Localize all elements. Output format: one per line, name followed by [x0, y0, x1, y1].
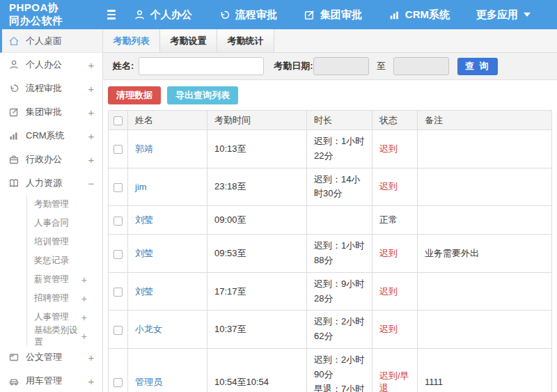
sidebar-item-personal-office[interactable]: 个人办公 + — [0, 53, 102, 77]
employee-name-link[interactable]: 刘莹 — [135, 248, 153, 258]
header-time: 考勤时间 — [207, 111, 307, 130]
row-checkbox-cell — [109, 272, 128, 311]
edit-square-icon — [304, 9, 315, 21]
topnav-more-apps[interactable]: 更多应用 — [476, 8, 531, 22]
expand-toggle[interactable]: + — [81, 331, 87, 342]
employee-name-cell: 刘莹 — [128, 272, 207, 311]
home-icon — [8, 36, 19, 47]
header-remark: 备注 — [418, 111, 552, 130]
table-row: 刘莹 09:00至 正常 — [109, 206, 552, 235]
duration-cell: 迟到：2小时62分 — [307, 311, 372, 349]
sidebar-item-crm[interactable]: CRM系统 + — [0, 124, 102, 148]
header-checkbox-cell — [109, 111, 128, 130]
sidebar-item-vehicle-mgmt[interactable]: 用车管理 + — [0, 369, 102, 392]
row-checkbox[interactable] — [113, 378, 123, 387]
expand-toggle[interactable]: + — [87, 107, 95, 118]
submenu-hr-contract[interactable]: 人事合同 — [27, 214, 102, 233]
status-cell: 迟到 — [372, 235, 418, 273]
duration-cell: 迟到：1小时88分 — [307, 235, 372, 273]
topnav-label: 个人办公 — [150, 8, 192, 22]
date-filter-label: 考勤日期: — [274, 60, 313, 72]
sidebar: 个人桌面 个人办公 + 流程审批 + 集团审批 + CRM系统 + 行政办公 + — [0, 29, 103, 392]
row-checkbox-cell — [109, 311, 128, 349]
table-row: jim 23:18至 迟到：14小时30分 迟到 — [109, 168, 552, 206]
tab-attendance-stats[interactable]: 考勤统计 — [217, 29, 274, 52]
employee-name-cell: 管理员 — [128, 348, 207, 392]
attendance-time-cell: 17:17至 — [207, 272, 307, 311]
employee-name-link[interactable]: jim — [135, 182, 147, 192]
action-toolbar: 清理数据 导出查询列表 — [103, 80, 557, 110]
submenu-attendance-mgmt[interactable]: 考勤管理 — [27, 195, 102, 214]
expand-toggle[interactable]: + — [87, 352, 95, 363]
expand-toggle[interactable]: + — [81, 312, 87, 323]
attendance-time-cell: 23:18至 — [207, 168, 307, 206]
table-row: 刘莹 17:17至 迟到：9小时28分 迟到 — [109, 272, 552, 311]
topnav-label: 更多应用 — [476, 8, 518, 22]
expand-toggle[interactable]: + — [87, 375, 95, 387]
sidebar-item-label: 用车管理 — [26, 375, 87, 387]
row-checkbox-cell — [109, 348, 128, 392]
remark-cell — [418, 168, 552, 206]
sidebar-item-workflow-approval[interactable]: 流程审批 + — [0, 77, 102, 100]
tab-attendance-settings[interactable]: 考勤设置 — [160, 29, 217, 52]
person-icon — [134, 9, 146, 21]
expand-toggle[interactable]: + — [87, 83, 95, 95]
clean-data-button[interactable]: 清理数据 — [108, 86, 161, 104]
date-from-input[interactable] — [313, 57, 369, 75]
car-icon — [8, 375, 19, 386]
menu-toggle-icon[interactable] — [107, 8, 116, 22]
select-all-checkbox[interactable] — [113, 116, 123, 125]
export-list-button[interactable]: 导出查询列表 — [167, 86, 238, 104]
expand-toggle[interactable]: + — [81, 293, 87, 304]
duration-cell: 迟到：2小时90分 早退：7小时10分 — [307, 348, 372, 392]
table-row: 刘莹 09:53至 迟到：1小时88分 迟到 业务需要外出 — [109, 235, 552, 273]
sidebar-item-admin-office[interactable]: 行政办公 + — [0, 148, 102, 171]
row-checkbox[interactable] — [113, 250, 123, 259]
submenu-salary-mgmt[interactable]: 薪资管理 + — [27, 270, 102, 289]
search-button[interactable]: 查 询 — [457, 58, 498, 75]
employee-name-link[interactable]: 管理员 — [135, 377, 162, 387]
sidebar-item-group-approval[interactable]: 集团审批 + — [0, 100, 102, 124]
sidebar-item-hr[interactable]: 人力资源 − — [0, 171, 102, 195]
topnav-label: CRM系统 — [405, 8, 450, 22]
topnav-workflow-approval[interactable]: 流程审批 — [219, 8, 277, 22]
row-checkbox-cell — [109, 130, 128, 168]
sidebar-item-desktop[interactable]: 个人桌面 — [0, 29, 102, 53]
topnav-group-approval[interactable]: 集团审批 — [304, 8, 362, 22]
employee-name-link[interactable]: 刘莹 — [135, 214, 153, 225]
topnav-personal-office[interactable]: 个人办公 — [134, 8, 192, 22]
date-to-input[interactable] — [393, 57, 449, 75]
collapse-toggle[interactable]: − — [87, 178, 95, 189]
flow-arrow-icon — [219, 9, 230, 21]
row-checkbox[interactable] — [113, 326, 123, 335]
remark-cell — [418, 272, 552, 311]
topnav-crm[interactable]: CRM系统 — [389, 8, 450, 22]
table-header-row: 姓名 考勤时间 时长 状态 备注 — [109, 111, 552, 130]
row-checkbox[interactable] — [113, 217, 123, 226]
submenu-training-mgmt[interactable]: 培训管理 — [27, 233, 102, 251]
tab-attendance-list[interactable]: 考勤列表 — [103, 29, 160, 52]
employee-name-cell: jim — [128, 168, 207, 206]
employee-name-link[interactable]: 刘莹 — [135, 286, 153, 297]
sidebar-item-official-docs[interactable]: 公文管理 + — [0, 345, 102, 369]
employee-name-link[interactable]: 郭靖 — [135, 143, 153, 154]
row-checkbox[interactable] — [113, 288, 123, 297]
employee-name-link[interactable]: 小龙女 — [135, 324, 162, 334]
status-cell: 正常 — [372, 206, 418, 235]
expand-toggle[interactable]: + — [87, 154, 95, 166]
expand-toggle[interactable]: + — [87, 130, 95, 142]
topnav-label: 集团审批 — [320, 8, 362, 22]
row-checkbox[interactable] — [113, 183, 123, 192]
submenu-base-category-settings[interactable]: 基础类别设置 + — [27, 327, 102, 345]
date-range-separator: 至 — [377, 60, 386, 72]
row-checkbox[interactable] — [113, 145, 123, 154]
filter-bar: 姓名: 考勤日期: 至 查 询 — [103, 53, 557, 80]
expand-toggle[interactable]: + — [87, 59, 95, 71]
remark-cell: 业务需要外出 — [418, 235, 552, 273]
topbar: PHPOA协同办公软件 个人办公 流程审批 集团审批 CRM系统 更多应用 — [0, 0, 557, 29]
submenu-recruit-mgmt[interactable]: 招聘管理 + — [27, 289, 102, 308]
name-filter-input[interactable] — [139, 57, 264, 75]
submenu-reward-punish[interactable]: 奖惩记录 — [27, 251, 102, 270]
expand-toggle[interactable]: + — [81, 274, 87, 285]
header-duration: 时长 — [307, 111, 372, 130]
